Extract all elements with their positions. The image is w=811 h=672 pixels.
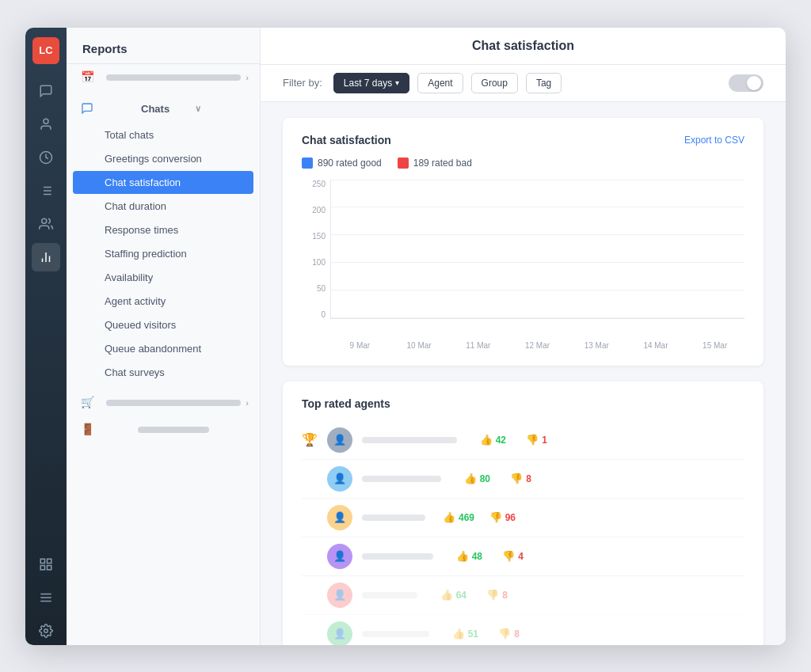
y-label-250: 250 bbox=[302, 180, 330, 188]
filter-last7days-button[interactable]: Last 7 days ▾ bbox=[333, 73, 409, 93]
sidebar-item-chat-duration[interactable]: Chat duration bbox=[73, 195, 253, 218]
sidebar-collapsed-2[interactable]: 🛒 › bbox=[67, 389, 260, 416]
thumb-down-icon-5 bbox=[498, 628, 511, 640]
rating-bad-1: 8 bbox=[500, 473, 531, 484]
sidebar-collapsed-3[interactable]: 🚪 › bbox=[67, 416, 260, 443]
y-label-100: 100 bbox=[302, 258, 330, 267]
rating-good-4: 64 bbox=[427, 589, 466, 601]
avatar-5: 👤 bbox=[327, 621, 352, 645]
agent-name-bar-0 bbox=[362, 437, 457, 443]
x-axis: 9 Mar10 Mar11 Mar12 Mar13 Mar14 Mar15 Ma… bbox=[302, 338, 744, 350]
x-label-1: 10 Mar bbox=[390, 338, 449, 350]
agent-name-bar-3 bbox=[362, 553, 433, 560]
thumb-up-icon-3 bbox=[456, 550, 469, 562]
top-rated-header: Top rated agents bbox=[302, 397, 744, 410]
filter-last7days-label: Last 7 days bbox=[344, 78, 392, 89]
calendar-icon: 📅 bbox=[81, 70, 95, 85]
agent-name-bar-5 bbox=[362, 631, 429, 637]
app-container: LC Reports bbox=[25, 28, 786, 645]
svg-rect-13 bbox=[48, 559, 51, 563]
sidebar-item-response-times[interactable]: Response times bbox=[73, 218, 253, 241]
chats-section: Chats ∨ Total chats Greetings conversion… bbox=[67, 91, 260, 389]
menu-nav-icon[interactable] bbox=[32, 583, 60, 612]
gear-nav-icon[interactable] bbox=[32, 617, 60, 645]
svg-point-19 bbox=[44, 628, 48, 632]
grid-nav-icon[interactable] bbox=[32, 550, 60, 579]
sidebar: Reports 📅 › Chats ∨ Total chats Greeting… bbox=[67, 28, 261, 645]
top-rated-agents-card: Top rated agents 🏆👤421👤808👤46996👤484👤648… bbox=[283, 382, 763, 645]
x-label-0: 9 Mar bbox=[330, 338, 390, 350]
agent-name-bar-2 bbox=[362, 514, 425, 521]
legend-bad-label: 189 rated bad bbox=[413, 158, 472, 169]
avatar-2: 👤 bbox=[327, 505, 352, 530]
legend-color-good bbox=[302, 158, 313, 169]
filter-group-label: Group bbox=[482, 78, 508, 89]
sidebar-item-queue-abandonment[interactable]: Queue abandonment bbox=[73, 337, 253, 360]
chats-group-header[interactable]: Chats ∨ bbox=[67, 96, 260, 123]
list-nav-icon[interactable] bbox=[32, 177, 60, 205]
export-csv-link[interactable]: Export to CSV bbox=[684, 135, 744, 146]
sidebar-item-total-chats[interactable]: Total chats bbox=[73, 123, 253, 146]
filter-tag-label: Tag bbox=[536, 78, 551, 89]
y-label-0: 0 bbox=[302, 310, 330, 319]
sidebar-item-chat-surveys[interactable]: Chat surveys bbox=[73, 361, 253, 384]
y-axis: 0 50 100 150 200 250 bbox=[302, 180, 330, 319]
toggle-switch[interactable] bbox=[729, 74, 763, 92]
chart-nav-icon[interactable] bbox=[32, 243, 60, 271]
page-title: Chat satisfaction bbox=[261, 28, 786, 65]
chevron-down-icon: ∨ bbox=[195, 104, 249, 114]
filter-agent-button[interactable]: Agent bbox=[417, 73, 463, 93]
sidebar-item-staffing-prediction[interactable]: Staffing prediction bbox=[73, 242, 253, 265]
thumb-down-icon-0 bbox=[526, 434, 539, 446]
agent-row-5: 👤518 bbox=[302, 615, 744, 645]
content-area: Chat satisfaction Export to CSV 890 rate… bbox=[261, 102, 786, 645]
sidebar-item-chat-satisfaction[interactable]: Chat satisfaction bbox=[73, 171, 253, 194]
legend-bad: 189 rated bad bbox=[398, 158, 472, 169]
chart-card-header: Chat satisfaction Export to CSV bbox=[302, 134, 744, 146]
thumb-down-icon-1 bbox=[510, 473, 523, 484]
chat-nav-icon[interactable] bbox=[32, 77, 60, 105]
chevron-down-icon-filter: ▾ bbox=[395, 78, 399, 87]
chart-inner bbox=[330, 180, 744, 319]
main-content: Chat satisfaction Filter by: Last 7 days… bbox=[261, 28, 786, 645]
thumb-down-icon-3 bbox=[502, 550, 515, 562]
thumb-up-icon-5 bbox=[452, 628, 465, 640]
filter-tag-button[interactable]: Tag bbox=[526, 73, 562, 93]
chevron-right-icon-2: › bbox=[246, 398, 249, 408]
legend-color-bad bbox=[398, 158, 409, 169]
svg-rect-15 bbox=[40, 565, 44, 569]
chart-card: Chat satisfaction Export to CSV 890 rate… bbox=[283, 118, 763, 366]
trophy-icon-0: 🏆 bbox=[302, 432, 318, 447]
chart-legend: 890 rated good 189 rated bad bbox=[302, 158, 744, 169]
filter-agent-label: Agent bbox=[428, 78, 452, 89]
sidebar-item-greetings-conversion[interactable]: Greetings conversion bbox=[73, 147, 253, 170]
x-label-6: 15 Mar bbox=[685, 338, 744, 350]
thumb-up-icon-0 bbox=[480, 434, 493, 446]
filter-group-button[interactable]: Group bbox=[471, 73, 518, 93]
chart-card-title: Chat satisfaction bbox=[302, 134, 391, 146]
sidebar-item-agent-activity[interactable]: Agent activity bbox=[73, 290, 253, 313]
user-nav-icon[interactable] bbox=[32, 110, 60, 139]
x-label-5: 14 Mar bbox=[626, 338, 686, 350]
avatar-4: 👤 bbox=[327, 583, 352, 608]
thumb-up-icon-2 bbox=[443, 511, 455, 523]
sidebar-collapsed-1[interactable]: 📅 › bbox=[67, 64, 260, 91]
rating-bad-0: 1 bbox=[516, 434, 547, 446]
rating-bad-4: 8 bbox=[476, 589, 508, 601]
agent-row-1: 👤808 bbox=[302, 460, 744, 499]
chats-group-label: Chats bbox=[141, 103, 195, 115]
top-rated-title: Top rated agents bbox=[302, 397, 390, 410]
rating-bad-5: 8 bbox=[488, 628, 520, 640]
svg-point-8 bbox=[42, 218, 47, 223]
group-nav-icon[interactable] bbox=[32, 210, 60, 238]
agent-row-0: 🏆👤421 bbox=[302, 421, 744, 460]
sidebar-item-queued-visitors[interactable]: Queued visitors bbox=[73, 313, 253, 336]
thumb-up-icon-4 bbox=[440, 589, 453, 601]
rating-good-2: 469 bbox=[435, 511, 474, 523]
logo-button[interactable]: LC bbox=[32, 37, 59, 64]
grid-line-200 bbox=[331, 207, 744, 207]
x-label-3: 12 Mar bbox=[508, 338, 567, 350]
sidebar-item-availability[interactable]: Availability bbox=[73, 266, 253, 289]
svg-rect-12 bbox=[40, 559, 44, 563]
clock-nav-icon[interactable] bbox=[32, 143, 60, 172]
